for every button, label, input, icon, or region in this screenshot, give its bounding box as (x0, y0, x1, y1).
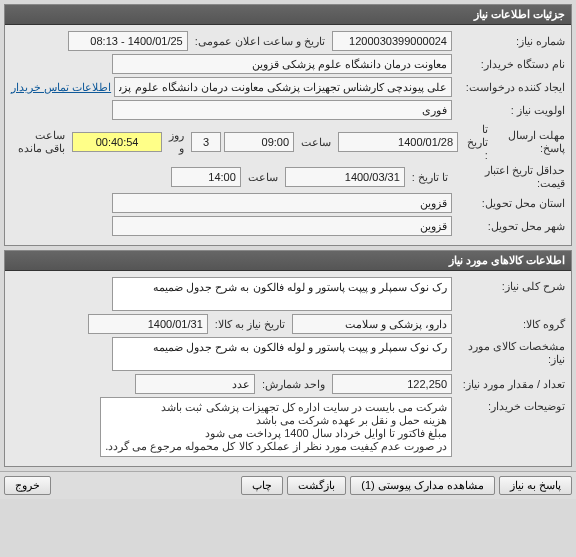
priority-label: اولویت نیاز : (455, 104, 565, 117)
need-date-label: تاریخ نیاز به کالا: (211, 318, 289, 331)
public-date-label: تاریخ و ساعت اعلان عمومی: (191, 35, 329, 48)
unit-field (135, 374, 255, 394)
print-button[interactable]: چاپ (241, 476, 283, 495)
contact-link[interactable]: اطلاعات تماس خریدار (11, 81, 111, 94)
general-desc: رک نوک سمپلر و پیپت پاستور و لوله فالکون… (112, 277, 452, 311)
days-label: روز و (165, 129, 188, 155)
need-details-panel: جزئیات اطلاعات نیاز شماره نیاز: تاریخ و … (4, 4, 572, 246)
qty-field (332, 374, 452, 394)
need-date (88, 314, 208, 334)
validity-time (171, 167, 241, 187)
button-bar: پاسخ به نیاز مشاهده مدارک پیوستی (1) باز… (0, 471, 576, 499)
city-label: شهر محل تحویل: (455, 220, 565, 233)
province-label: استان محل تحویل: (455, 197, 565, 210)
general-desc-label: شرح کلی نیاز: (455, 277, 565, 293)
time-label-2: ساعت (244, 171, 282, 184)
validity-date (285, 167, 405, 187)
unit-label: واحد شمارش: (258, 378, 329, 391)
public-date (68, 31, 188, 51)
notes-label: توضیحات خریدار: (455, 397, 565, 413)
qty-label: تعداد / مقدار مورد نیاز: (455, 378, 565, 391)
validity-label: حداقل تاریخ اعتبار قیمت: (455, 164, 565, 190)
deadline-time (224, 132, 294, 152)
panel1-header: جزئیات اطلاعات نیاز (5, 5, 571, 25)
spec-field: رک نوک سمپلر و پیپت پاستور و لوله فالکون… (112, 337, 452, 371)
to-date-label-2: تا تاریخ : (408, 171, 452, 184)
buyer-label: نام دستگاه خریدار: (455, 58, 565, 71)
notes-field: شرکت می بایست در سایت اداره کل تجهیزات پ… (100, 397, 452, 457)
respond-button[interactable]: پاسخ به نیاز (499, 476, 572, 495)
group-field (292, 314, 452, 334)
back-button[interactable]: بازگشت (287, 476, 346, 495)
days-field (191, 132, 221, 152)
req-number-label: شماره نیاز: (455, 35, 565, 48)
city-field (112, 216, 452, 236)
time-label-1: ساعت (297, 136, 335, 149)
goods-panel: اطلاعات کالاهای مورد نیاز شرح کلی نیاز: … (4, 250, 572, 467)
buyer-field (112, 54, 452, 74)
req-number (332, 31, 452, 51)
remain-label: ساعت باقی مانده (11, 129, 69, 155)
province-field (112, 193, 452, 213)
panel2-header: اطلاعات کالاهای مورد نیاز (5, 251, 571, 271)
attachments-button[interactable]: مشاهده مدارک پیوستی (1) (350, 476, 495, 495)
exit-button[interactable]: خروج (4, 476, 51, 495)
deadline-date (338, 132, 458, 152)
to-date-label: تا تاریخ : (461, 123, 492, 161)
countdown (72, 132, 162, 152)
spec-label: مشخصات کالای مورد نیاز: (455, 337, 565, 366)
deadline-label: مهلت ارسال پاسخ: (495, 129, 565, 155)
creator-field (114, 77, 452, 97)
group-label: گروه کالا: (455, 318, 565, 331)
priority-field (112, 100, 452, 120)
creator-label: ایجاد کننده درخواست: (455, 81, 565, 94)
